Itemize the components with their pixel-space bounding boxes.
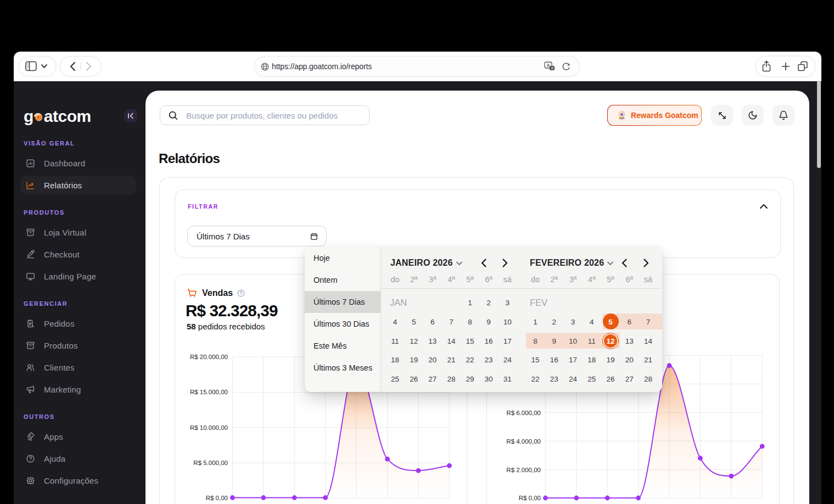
svg-text:R$ 6.000,00: R$ 6.000,00 [506, 410, 541, 416]
svg-text:R$ 0,00: R$ 0,00 [206, 495, 228, 501]
svg-text:R$ 10.000,00: R$ 10.000,00 [190, 424, 228, 431]
svg-text:A: A [546, 63, 550, 68]
svg-text:R$ 4.000,00: R$ 4.000,00 [506, 438, 541, 445]
svg-text:R$ 5.000,00: R$ 5.000,00 [193, 460, 228, 466]
svg-text:R$ 20.000,00: R$ 20.000,00 [190, 354, 228, 360]
svg-text:R$ 0,00: R$ 0,00 [519, 495, 541, 501]
svg-text:R$ 15.000,00: R$ 15.000,00 [190, 389, 228, 395]
svg-text:a: a [551, 66, 553, 70]
svg-text:R$ 2.000,00: R$ 2.000,00 [506, 467, 541, 473]
